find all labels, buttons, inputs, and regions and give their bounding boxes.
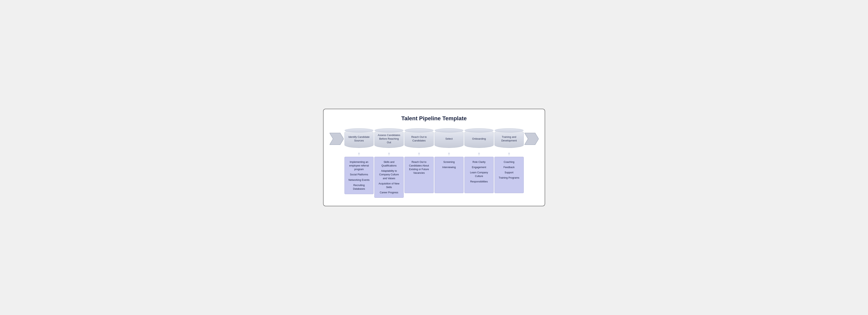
card-training-item-3: Support (504, 171, 514, 175)
page-title: Talent Pipeline Template (330, 115, 539, 122)
card-onboarding: Role Clarity Engagement Learn Company Cu… (464, 157, 494, 193)
stage-reach: Reach Out toCandidates (404, 130, 434, 148)
up-arrow-identify: ↑ (358, 152, 360, 156)
up-arrow-reach: ↑ (418, 152, 420, 156)
col-training: ↑ Coaching Feedback Support Training Pro… (494, 152, 524, 193)
card-onboarding-item-2: Engagement (472, 165, 486, 169)
card-training-item-1: Coaching (504, 160, 515, 164)
card-identify-item-2: Social Platforms (350, 173, 368, 177)
up-arrow-select: ↑ (448, 152, 450, 156)
card-training: Coaching Feedback Support Training Progr… (494, 157, 524, 193)
connector-row: ↑ Implementing an employee referral prog… (330, 152, 539, 198)
card-assess-item-4: Career Progress (380, 191, 398, 194)
svg-marker-1 (525, 133, 539, 145)
stage-onboarding: Onboarding (464, 130, 494, 148)
up-arrow-assess: ↑ (388, 152, 390, 156)
card-reach: Reach Out to Candidates About Existing o… (404, 157, 434, 193)
card-select-item-2: Interviewing (442, 165, 456, 169)
card-select: Screening Interviewing (434, 157, 464, 193)
stage-onboarding-label: Onboarding (472, 137, 486, 140)
stage-identify: Identify CandidateSources (344, 130, 374, 148)
stage-training: Training andDevelopment (494, 130, 524, 148)
col-select: ↑ Screening Interviewing (434, 152, 464, 193)
diagram-wrapper: Identify CandidateSources Assess Candida… (330, 130, 539, 198)
right-chevron-icon (525, 132, 539, 146)
arrow-row: Identify CandidateSources Assess Candida… (330, 130, 539, 148)
card-training-item-4: Training Programs (499, 176, 519, 180)
stage-assess-label: Assess CandidatesBefore Reaching Out (377, 133, 401, 145)
card-assess-item-3: Acquisition of New Skills (377, 182, 401, 189)
col-reach: ↑ Reach Out to Candidates About Existing… (404, 152, 434, 193)
col-onboarding: ↑ Role Clarity Engagement Learn Company … (464, 152, 494, 193)
card-identify: Implementing an employee referral progra… (344, 157, 374, 194)
card-onboarding-item-3: Learn Company Culture (467, 171, 491, 178)
card-identify-item-4: Recruiting Databases (347, 183, 371, 191)
card-reach-item-1: Reach Out to Candidates About Existing o… (407, 160, 431, 175)
col-identify: ↑ Implementing an employee referral prog… (344, 152, 374, 194)
up-arrow-training: ↑ (508, 152, 510, 156)
page-container: Talent Pipeline Template Identify Candid… (323, 109, 545, 206)
card-assess-item-1: Skills and Qualifications (377, 160, 401, 167)
card-identify-item-3: Networking Events (348, 178, 370, 182)
card-onboarding-item-1: Role Clarity (472, 160, 486, 164)
card-onboarding-item-4: Responsibilities (470, 180, 488, 183)
card-assess-item-2: Adaptability to Company Culture and Valu… (377, 169, 401, 180)
stage-reach-label: Reach Out toCandidates (411, 135, 427, 143)
stage-select: Select (434, 130, 464, 148)
card-assess: Skills and Qualifications Adaptability t… (374, 157, 404, 198)
stage-assess: Assess CandidatesBefore Reaching Out (374, 130, 404, 148)
card-identify-item-1: Implementing an employee referral progra… (347, 160, 371, 171)
stage-identify-label: Identify CandidateSources (348, 135, 370, 143)
svg-marker-0 (330, 133, 344, 145)
left-chevron-icon (330, 132, 344, 146)
card-training-item-2: Feedback (503, 165, 515, 169)
stage-select-label: Select (445, 137, 453, 140)
up-arrow-onboarding: ↑ (478, 152, 480, 156)
col-assess: ↑ Skills and Qualifications Adaptability… (374, 152, 404, 198)
stage-training-label: Training andDevelopment (501, 135, 517, 143)
card-select-item-1: Screening (443, 160, 455, 164)
